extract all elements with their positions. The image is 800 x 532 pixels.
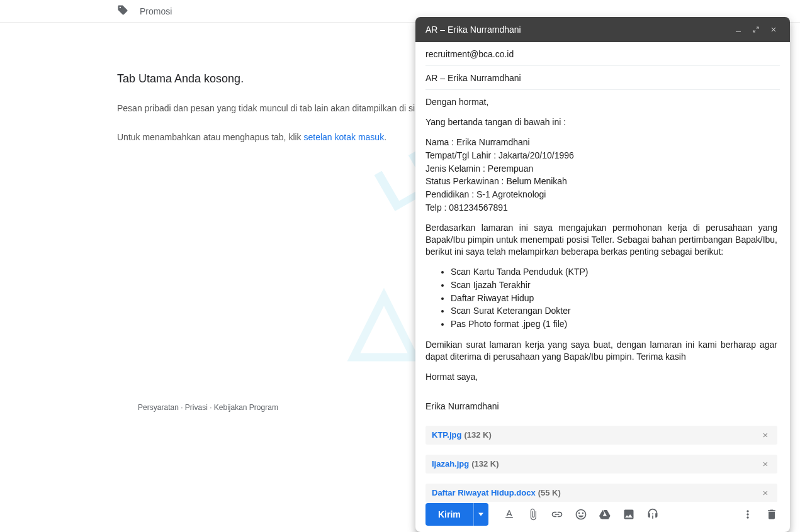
to-field[interactable]: recruitment@bca.co.id (425, 42, 780, 66)
discard-icon[interactable] (761, 503, 782, 526)
compose-header: AR – Erika Nurramdhani (415, 17, 790, 42)
attach-icon[interactable] (522, 503, 544, 526)
compose-title: AR – Erika Nurramdhani (425, 25, 730, 35)
subject-field[interactable]: AR – Erika Nurramdhani (425, 66, 780, 90)
body-signature: Erika Nurramdhani (425, 401, 777, 413)
compose-toolbar: Kirim (415, 502, 790, 532)
remove-attachment-icon[interactable]: × (760, 487, 771, 499)
link-icon[interactable] (546, 503, 568, 526)
tab-promosi[interactable]: Promosi (117, 4, 172, 18)
remove-attachment-icon[interactable]: × (760, 429, 771, 441)
minimize-button[interactable] (730, 21, 747, 38)
body-paragraph-1: Berdasarkan lamaran ini saya mengajukan … (425, 222, 777, 258)
attachment-chip[interactable]: Ijazah.jpg (132 K) × (425, 455, 777, 474)
footer-links[interactable]: Persyaratan · Privasi · Kebijakan Progra… (0, 403, 416, 412)
confidential-icon[interactable] (642, 503, 663, 526)
attachment-chip[interactable]: Daftar Riwayat Hidup.docx (55 K) × (425, 484, 777, 502)
emoji-icon[interactable] (570, 503, 592, 526)
image-icon[interactable] (618, 503, 639, 526)
remove-attachment-icon[interactable]: × (760, 458, 771, 470)
body-salutation: Dengan hormat, (425, 96, 777, 108)
body-identity: Nama : Erika Nurramdhani Tempat/Tgl Lahi… (425, 136, 777, 214)
send-button[interactable]: Kirim (425, 503, 473, 526)
tab-label: Promosi (140, 6, 172, 16)
more-options-icon[interactable] (737, 503, 758, 526)
tag-icon (117, 4, 128, 18)
compose-body[interactable]: Dengan hormat, Yang bertanda tangan di b… (415, 90, 790, 502)
inbox-settings-link[interactable]: setelan kotak masuk (304, 132, 385, 142)
send-options-button[interactable] (473, 503, 488, 526)
body-closing: Hormat saya, (425, 371, 777, 383)
attachment-chip[interactable]: KTP.jpg (132 K) × (425, 426, 777, 445)
svg-rect-0 (736, 31, 741, 32)
body-attachments-list: Scan Kartu Tanda Penduduk (KTP) Scan Ija… (451, 266, 777, 330)
close-button[interactable] (765, 21, 782, 38)
body-intro: Yang bertanda tangan di bawah ini : (425, 116, 777, 128)
body-paragraph-2: Demikian surat lamaran kerja yang saya b… (425, 339, 777, 363)
compose-window: AR – Erika Nurramdhani recruitment@bca.c… (415, 17, 790, 532)
formatting-icon[interactable] (499, 503, 520, 526)
drive-icon[interactable] (594, 503, 616, 526)
fullscreen-button[interactable] (747, 21, 765, 38)
